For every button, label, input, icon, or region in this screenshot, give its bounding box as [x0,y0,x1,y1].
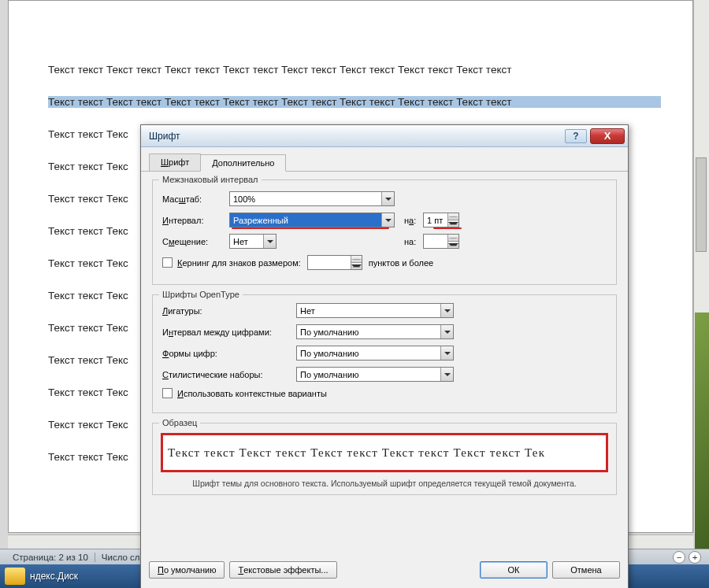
zoom-out-button[interactable]: − [673,551,685,564]
position-combo[interactable]: Нет [229,234,277,249]
by-label: на: [404,216,423,225]
dialog-body: Межзнаковый интервал Масштаб: 100% Интер… [141,172,628,555]
spinner-buttons-icon[interactable] [447,235,458,248]
spinner-buttons-icon[interactable] [351,256,362,269]
dropdown-button-icon[interactable] [381,192,394,205]
help-button[interactable]: ? [565,129,587,143]
dialog-tabs: Шрифт Дополнительно [141,147,628,172]
scrollbar-thumb[interactable] [696,157,707,252]
position-label: Смещение: [162,237,229,246]
contextual-alternates-checkbox[interactable] [162,388,173,398]
dropdown-button-icon[interactable] [381,213,394,227]
set-as-default-button[interactable]: По умолчанию [149,561,225,579]
doc-line-selected[interactable]: Текст текст Текст текст Текст текст Текс… [48,96,661,108]
tab-font[interactable]: Шрифт [149,153,201,171]
dialog-titlebar[interactable]: Шрифт ? X [141,125,628,147]
dropdown-button-icon[interactable] [440,304,453,317]
desktop-background-sliver [695,312,709,564]
kerning-units-label: пунктов и более [369,258,433,268]
position-by-label: на: [404,237,423,246]
tab-advanced[interactable]: Дополнительно [200,154,286,172]
close-button[interactable]: X [590,128,625,144]
dropdown-button-icon[interactable] [440,346,453,360]
number-forms-combo[interactable]: По умолчанию [296,346,454,361]
spinner-buttons-icon[interactable] [447,213,458,227]
annotation-underline [232,227,389,229]
dialog-button-row: По умолчанию Текстовые эффекты... ОК Отм… [141,555,628,588]
annotation-underline [433,227,462,229]
dropdown-button-icon[interactable] [440,368,453,381]
kerning-size-input[interactable] [307,255,362,270]
taskbar-item-label[interactable]: ндекс.Диск [30,571,78,582]
kerning-checkbox[interactable] [162,257,173,268]
dialog-title: Шрифт [149,131,180,142]
ligatures-label: Лигатуры: [162,306,296,316]
spacing-label: Интервал: [162,216,229,225]
ligatures-combo[interactable]: Нет [296,303,454,318]
fieldset-preview: Образец [159,418,200,427]
text-effects-button[interactable]: Текстовые эффекты... [229,561,336,579]
yandex-disk-icon[interactable] [5,568,25,585]
spacing-combo[interactable]: Разреженный [229,213,395,227]
stylistic-sets-label: Стилистические наборы: [162,370,296,379]
cancel-button[interactable]: Отмена [552,561,620,579]
position-by-input[interactable] [423,234,459,249]
dropdown-button-icon[interactable] [263,235,276,248]
dropdown-button-icon[interactable] [440,325,453,338]
scale-combo[interactable]: 100% [229,191,395,206]
contextual-alternates-label: Использовать контекстные варианты [177,389,327,398]
number-spacing-label: Интервал между цифрами: [162,327,296,337]
number-forms-label: Формы цифр: [162,349,296,358]
kerning-label: Кернинг для знаков размером: [177,258,301,268]
ok-button[interactable]: ОК [480,561,548,579]
zoom-in-button[interactable]: + [689,551,701,564]
font-dialog: Шрифт ? X Шрифт Дополнительно Межзнаковы… [140,124,629,588]
scale-label: Масштаб: [162,194,229,204]
stylistic-sets-combo[interactable]: По умолчанию [296,367,454,382]
number-spacing-combo[interactable]: По умолчанию [296,324,454,339]
preview-note: Шрифт темы для основного текста. Использ… [161,479,608,488]
spacing-by-input[interactable]: 1 пт [423,213,459,227]
fieldset-opentype: Шрифты OpenType [159,290,243,299]
preview-area: Текст текст Текст текст Текст текст Текс… [161,433,608,472]
status-page[interactable]: Страница: 2 из 10 [6,553,95,562]
status-word-count[interactable]: Число сл [95,553,147,562]
doc-line[interactable]: Текст текст Текст текст Текст текст Текс… [48,64,661,76]
fieldset-character-spacing: Межзнаковый интервал [159,175,262,184]
